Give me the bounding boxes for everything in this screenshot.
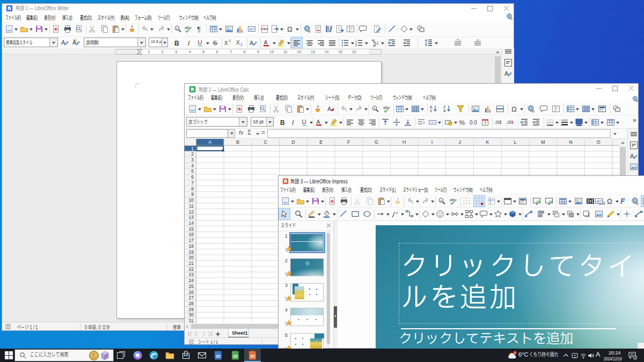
svg-text:13: 13 xyxy=(189,215,194,220)
svg-text:F: F xyxy=(347,139,350,145)
svg-text:12: 12 xyxy=(297,50,302,54)
svg-text:.00: .00 xyxy=(494,120,501,125)
svg-text:U: U xyxy=(198,39,202,46)
svg-text:5: 5 xyxy=(202,50,204,54)
svg-text:abc: abc xyxy=(450,197,457,202)
svg-text:J: J xyxy=(458,139,461,145)
svg-text:3: 3 xyxy=(355,44,357,47)
svg-text:15: 15 xyxy=(338,50,342,54)
svg-text:abc: abc xyxy=(185,25,192,30)
svg-text:24: 24 xyxy=(189,278,194,283)
svg-text:29: 29 xyxy=(189,307,194,312)
svg-text:.00: .00 xyxy=(506,120,513,125)
svg-text:I: I xyxy=(292,119,294,127)
svg-text:28: 28 xyxy=(189,301,194,306)
svg-text:0.0: 0.0 xyxy=(470,120,477,125)
svg-text:9: 9 xyxy=(257,50,259,54)
svg-text:26: 26 xyxy=(189,290,194,295)
svg-text:+: + xyxy=(459,39,461,42)
svg-text:1: 1 xyxy=(148,50,150,54)
svg-text:7: 7 xyxy=(230,50,232,54)
svg-text:B: B xyxy=(280,119,285,127)
svg-text:7: 7 xyxy=(191,180,194,186)
svg-text:3: 3 xyxy=(175,50,177,54)
svg-text:30: 30 xyxy=(189,312,194,317)
svg-text:%: % xyxy=(459,119,465,127)
svg-text:10: 10 xyxy=(270,50,274,54)
svg-text:I: I xyxy=(431,139,433,145)
svg-text:A: A xyxy=(264,39,268,46)
svg-text:25: 25 xyxy=(189,284,194,289)
svg-text:a: a xyxy=(374,107,376,110)
svg-text:21: 21 xyxy=(189,261,194,266)
svg-text:2: 2 xyxy=(634,356,636,359)
svg-text:31: 31 xyxy=(189,318,194,323)
svg-text:E: E xyxy=(319,139,323,145)
svg-text:M: M xyxy=(541,139,545,145)
svg-text:H: H xyxy=(402,139,406,145)
svg-text:Ω: Ω xyxy=(607,197,612,205)
svg-text:a: a xyxy=(440,199,442,202)
svg-text:2: 2 xyxy=(240,43,243,47)
svg-text:6: 6 xyxy=(191,174,194,180)
svg-text:abc: abc xyxy=(383,105,390,110)
svg-text:a: a xyxy=(176,27,178,30)
svg-text:14: 14 xyxy=(325,50,329,54)
svg-text:8: 8 xyxy=(191,186,194,191)
svg-text:¶: ¶ xyxy=(197,25,201,33)
svg-text:13: 13 xyxy=(311,50,315,54)
svg-text:11: 11 xyxy=(189,203,194,209)
svg-text:C: C xyxy=(264,139,268,145)
svg-text:4: 4 xyxy=(191,163,194,168)
svg-text:2: 2 xyxy=(229,39,231,43)
svg-text:A: A xyxy=(250,27,252,31)
svg-text:18: 18 xyxy=(189,243,194,249)
svg-text:2: 2 xyxy=(191,151,194,157)
svg-text:5: 5 xyxy=(191,168,194,174)
svg-text:A: A xyxy=(208,139,211,145)
svg-text:X: X xyxy=(224,40,228,46)
svg-text:A: A xyxy=(443,109,446,113)
svg-text:Ω: Ω xyxy=(287,25,292,33)
svg-text:A: A xyxy=(327,106,332,112)
svg-text:N: N xyxy=(569,139,573,145)
svg-text:X: X xyxy=(236,40,240,46)
svg-text:K: K xyxy=(486,139,489,145)
svg-text:F: F xyxy=(620,197,625,205)
svg-text:4: 4 xyxy=(189,50,191,54)
svg-text:9: 9 xyxy=(191,191,194,197)
svg-text:B: B xyxy=(236,139,239,145)
svg-text:7: 7 xyxy=(484,121,487,125)
svg-text:22: 22 xyxy=(189,267,194,272)
svg-text:G: G xyxy=(375,139,378,145)
svg-text:Z: Z xyxy=(430,109,433,113)
svg-text:17: 17 xyxy=(189,238,194,243)
svg-text:12: 12 xyxy=(189,209,194,215)
svg-text:3: 3 xyxy=(191,157,194,162)
svg-text:19: 19 xyxy=(189,249,194,255)
svg-text:A: A xyxy=(597,200,599,203)
svg-text:15: 15 xyxy=(189,226,194,232)
svg-text:20: 20 xyxy=(189,255,194,260)
svg-text:11: 11 xyxy=(283,50,287,54)
svg-text:Ω: Ω xyxy=(511,105,517,113)
svg-text:Z: Z xyxy=(443,105,446,109)
svg-text:8: 8 xyxy=(244,50,246,54)
svg-text:A: A xyxy=(317,119,320,125)
svg-text:L: L xyxy=(514,139,517,145)
svg-text:6: 6 xyxy=(216,50,218,54)
svg-text:D: D xyxy=(291,139,295,145)
svg-text:16: 16 xyxy=(189,232,194,237)
svg-text:U: U xyxy=(302,119,306,125)
svg-text:-: - xyxy=(479,39,480,42)
svg-text:14: 14 xyxy=(189,220,194,226)
svg-text:23: 23 xyxy=(189,272,194,277)
svg-text:I: I xyxy=(188,40,190,47)
svg-text:2: 2 xyxy=(162,50,164,54)
svg-text:1: 1 xyxy=(191,146,194,151)
svg-text:16: 16 xyxy=(352,50,356,54)
svg-text:27: 27 xyxy=(189,295,194,300)
svg-text:A: A xyxy=(430,105,433,109)
svg-text:10: 10 xyxy=(189,197,194,203)
svg-text:O: O xyxy=(597,139,601,145)
